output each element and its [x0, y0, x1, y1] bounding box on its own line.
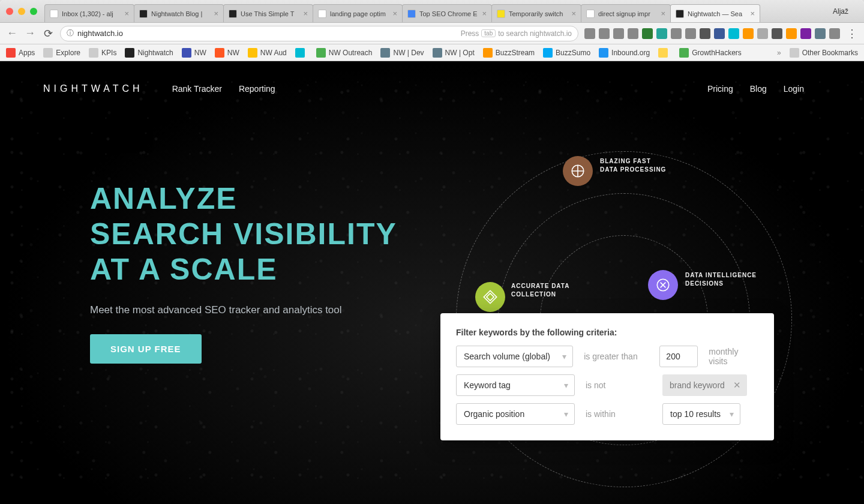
other-bookmarks[interactable]: Other Bookmarks	[790, 48, 858, 58]
field-select[interactable]: Search volume (global)	[456, 346, 573, 367]
bookmark-item[interactable]: Apps	[6, 48, 35, 58]
close-tab-icon[interactable]: ×	[482, 9, 487, 18]
nav-reporting[interactable]: Reporting	[239, 84, 275, 94]
close-tab-icon[interactable]: ×	[303, 9, 308, 18]
omnibox-hint: Press tab to search nightwatch.io	[461, 29, 572, 38]
logo[interactable]: NIGHTWATCH	[43, 83, 143, 94]
browser-tab[interactable]: Nightwatch — Sea ×	[670, 4, 760, 22]
extension-icon[interactable]	[800, 28, 811, 39]
nav-rank-tracker[interactable]: Rank Tracker	[172, 84, 222, 94]
extension-icon[interactable]	[815, 28, 826, 39]
extension-icon[interactable]	[757, 28, 768, 39]
filter-title: Filter keywords by the following criteri…	[456, 328, 758, 337]
bookmark-item[interactable]: Nightwatch	[125, 48, 173, 58]
bookmark-item[interactable]: NW | Opt	[433, 48, 475, 58]
window-controls	[6, 8, 37, 15]
extension-icon[interactable]	[728, 28, 739, 39]
tab-title: Nightwatch — Sea	[688, 10, 746, 17]
address-bar[interactable]: ⓘ nightwatch.io Press tab to search nigh…	[60, 26, 578, 41]
browser-tab[interactable]: Nightwatch Blog | ×	[134, 4, 224, 22]
menu-button[interactable]: ⋮	[846, 27, 858, 40]
back-button[interactable]: ←	[6, 27, 18, 40]
bookmark-item[interactable]: KPIs	[89, 48, 116, 58]
bookmark-item[interactable]	[295, 48, 308, 58]
tab-favicon-icon	[50, 10, 58, 18]
browser-tab[interactable]: Temporarily switch ×	[491, 4, 581, 22]
extension-icon[interactable]	[700, 28, 710, 39]
filter-row: Search volume (global) is greater than m…	[456, 346, 758, 367]
filter-row: Organic position is within top 10 result…	[456, 403, 758, 425]
extension-icon[interactable]	[642, 28, 653, 39]
bookmark-item[interactable]: NW	[182, 48, 206, 58]
tab-title: Nightwatch Blog |	[151, 10, 210, 17]
tag-chip[interactable]: brand keyword ✕	[662, 374, 747, 396]
bookmark-item[interactable]: BuzzStream	[483, 48, 535, 58]
bookmarks-overflow-icon[interactable]: »	[777, 49, 781, 57]
field-select[interactable]: Keyword tag	[456, 374, 575, 396]
operator-text: is greater than	[584, 352, 649, 361]
bookmark-item[interactable]: GrowthHackers	[679, 48, 742, 58]
tab-favicon-icon	[229, 10, 237, 18]
close-tab-icon[interactable]: ×	[661, 9, 665, 18]
extension-icon[interactable]	[656, 28, 667, 39]
value-input[interactable]	[659, 346, 698, 367]
value-select[interactable]: top 10 results	[662, 403, 740, 425]
extension-icon[interactable]	[628, 28, 638, 39]
extension-icon[interactable]	[685, 28, 696, 39]
close-tab-icon[interactable]: ×	[214, 9, 218, 18]
bookmark-item[interactable]: NW Aud	[248, 48, 287, 58]
forward-button[interactable]: →	[24, 27, 36, 40]
tab-title: Inbox (1,302) - alj	[62, 10, 121, 17]
extension-icon[interactable]	[613, 28, 624, 39]
profile-name[interactable]: Aljaž	[823, 7, 858, 16]
browser-tab[interactable]: direct signup impr ×	[581, 4, 671, 22]
bookmark-favicon-icon	[43, 48, 53, 58]
browser-tab[interactable]: Top SEO Chrome E ×	[402, 4, 492, 22]
extension-icon[interactable]	[584, 28, 595, 39]
close-tab-icon[interactable]: ×	[124, 9, 129, 18]
operator-text: is within	[586, 409, 652, 419]
bookmark-favicon-icon	[543, 48, 553, 58]
bookmark-favicon-icon	[295, 48, 305, 58]
extension-icon[interactable]	[829, 28, 840, 39]
browser-tab[interactable]: Inbox (1,302) - alj ×	[44, 4, 134, 22]
nav-blog[interactable]: Blog	[750, 84, 767, 94]
browser-tab[interactable]: landing page optim ×	[313, 4, 403, 22]
close-tab-icon[interactable]: ×	[571, 9, 576, 18]
close-tab-icon[interactable]: ×	[750, 9, 755, 18]
signup-button[interactable]: SIGN UP FREE	[90, 334, 202, 364]
bookmark-item[interactable]: Inbound.org	[599, 48, 650, 58]
extension-icon[interactable]	[786, 28, 797, 39]
browser-toolbar: ← → ⟳ ⓘ nightwatch.io Press tab to searc…	[0, 23, 864, 44]
extension-icon[interactable]	[772, 28, 782, 39]
field-select[interactable]: Organic position	[456, 403, 575, 425]
nav-login[interactable]: Login	[784, 84, 804, 94]
tab-title: Top SEO Chrome E	[419, 10, 478, 17]
bookmark-item[interactable]: NW Outreach	[316, 48, 373, 58]
bookmark-item[interactable]: Explore	[43, 48, 80, 58]
tab-favicon-icon	[497, 10, 505, 18]
site-info-icon[interactable]: ⓘ	[67, 28, 74, 38]
filter-card: Filter keywords by the following criteri…	[440, 313, 774, 440]
extension-icon[interactable]	[714, 28, 725, 39]
browser-tab[interactable]: Use This Simple T ×	[223, 4, 313, 22]
tab-favicon-icon	[139, 10, 148, 18]
bookmark-favicon-icon	[6, 48, 16, 58]
extension-icon[interactable]	[599, 28, 610, 39]
close-window-button[interactable]	[6, 8, 13, 15]
bookmark-item[interactable]: NW | Dev	[380, 48, 424, 58]
nav-pricing[interactable]: Pricing	[707, 84, 733, 94]
extension-icon[interactable]	[743, 28, 754, 39]
close-tab-icon[interactable]: ×	[392, 9, 397, 18]
reload-button[interactable]: ⟳	[42, 27, 54, 40]
minimize-window-button[interactable]	[18, 8, 25, 15]
extension-icon[interactable]	[671, 28, 682, 39]
bookmark-favicon-icon	[380, 48, 390, 58]
tab-key-icon: tab	[481, 29, 496, 37]
bookmark-item[interactable]	[658, 48, 671, 58]
bookmark-item[interactable]: NW	[215, 48, 239, 58]
remove-tag-icon[interactable]: ✕	[733, 380, 741, 391]
bookmark-favicon-icon	[182, 48, 191, 58]
bookmark-item[interactable]: BuzzSumo	[543, 48, 590, 58]
maximize-window-button[interactable]	[30, 8, 37, 15]
